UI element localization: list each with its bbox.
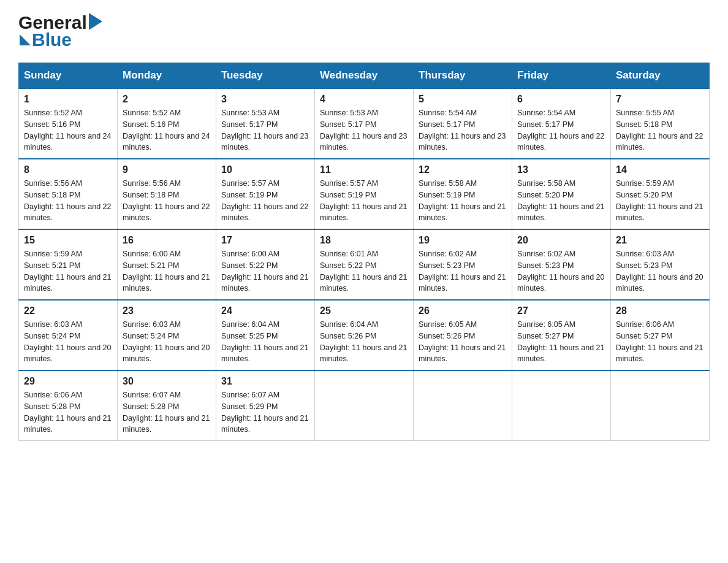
day-number: 23 <box>123 305 211 316</box>
header-monday: Monday <box>118 63 216 89</box>
day-info: Sunrise: 5:57 AMSunset: 5:19 PMDaylight:… <box>320 178 408 224</box>
page-header: General Blue <box>18 12 710 50</box>
day-number: 10 <box>221 164 309 175</box>
calendar-cell: 4Sunrise: 5:53 AMSunset: 5:17 PMDaylight… <box>315 88 414 159</box>
calendar-cell: 29Sunrise: 6:06 AMSunset: 5:28 PMDayligh… <box>19 370 118 441</box>
day-number: 13 <box>517 164 605 175</box>
calendar-cell: 2Sunrise: 5:52 AMSunset: 5:16 PMDaylight… <box>118 88 216 159</box>
day-number: 24 <box>221 305 309 316</box>
calendar-cell: 30Sunrise: 6:07 AMSunset: 5:28 PMDayligh… <box>118 370 216 441</box>
header-friday: Friday <box>512 63 611 89</box>
calendar-cell: 22Sunrise: 6:03 AMSunset: 5:24 PMDayligh… <box>19 300 118 370</box>
svg-marker-0 <box>89 13 102 30</box>
header-wednesday: Wednesday <box>315 63 414 89</box>
day-number: 25 <box>320 305 408 316</box>
day-number: 4 <box>320 94 408 105</box>
calendar-cell: 17Sunrise: 6:00 AMSunset: 5:22 PMDayligh… <box>216 229 315 300</box>
day-number: 1 <box>24 94 112 105</box>
calendar-cell: 16Sunrise: 6:00 AMSunset: 5:21 PMDayligh… <box>118 229 216 300</box>
day-number: 31 <box>221 376 309 387</box>
week-row-2: 8Sunrise: 5:56 AMSunset: 5:18 PMDaylight… <box>19 159 710 229</box>
day-info: Sunrise: 5:53 AMSunset: 5:17 PMDaylight:… <box>320 107 408 153</box>
calendar-cell: 5Sunrise: 5:54 AMSunset: 5:17 PMDaylight… <box>414 88 512 159</box>
day-info: Sunrise: 6:03 AMSunset: 5:24 PMDaylight:… <box>123 319 211 365</box>
day-info: Sunrise: 6:04 AMSunset: 5:26 PMDaylight:… <box>320 319 408 365</box>
logo: General Blue <box>18 12 102 50</box>
week-row-3: 15Sunrise: 5:59 AMSunset: 5:21 PMDayligh… <box>19 229 710 300</box>
calendar-cell: 21Sunrise: 6:03 AMSunset: 5:23 PMDayligh… <box>611 229 710 300</box>
calendar-cell <box>414 370 512 441</box>
svg-marker-1 <box>20 34 31 45</box>
day-info: Sunrise: 6:00 AMSunset: 5:22 PMDaylight:… <box>221 248 309 294</box>
day-info: Sunrise: 5:52 AMSunset: 5:16 PMDaylight:… <box>123 107 211 153</box>
day-info: Sunrise: 5:56 AMSunset: 5:18 PMDaylight:… <box>123 178 211 224</box>
day-number: 12 <box>419 164 507 175</box>
day-number: 11 <box>320 164 408 175</box>
calendar-cell: 6Sunrise: 5:54 AMSunset: 5:17 PMDaylight… <box>512 88 611 159</box>
day-number: 7 <box>616 94 704 105</box>
day-info: Sunrise: 5:55 AMSunset: 5:18 PMDaylight:… <box>616 107 704 153</box>
day-number: 19 <box>419 235 507 246</box>
day-info: Sunrise: 6:00 AMSunset: 5:21 PMDaylight:… <box>123 248 211 294</box>
day-number: 9 <box>123 164 211 175</box>
calendar-cell: 20Sunrise: 6:02 AMSunset: 5:23 PMDayligh… <box>512 229 611 300</box>
calendar-cell: 15Sunrise: 5:59 AMSunset: 5:21 PMDayligh… <box>19 229 118 300</box>
day-number: 18 <box>320 235 408 246</box>
day-number: 15 <box>24 235 112 246</box>
calendar-cell: 26Sunrise: 6:05 AMSunset: 5:26 PMDayligh… <box>414 300 512 370</box>
calendar-cell: 12Sunrise: 5:58 AMSunset: 5:19 PMDayligh… <box>414 159 512 229</box>
day-info: Sunrise: 6:07 AMSunset: 5:29 PMDaylight:… <box>221 389 309 435</box>
day-number: 6 <box>517 94 605 105</box>
calendar-cell: 25Sunrise: 6:04 AMSunset: 5:26 PMDayligh… <box>315 300 414 370</box>
logo-triangle-icon <box>20 34 31 45</box>
day-number: 21 <box>616 235 704 246</box>
logo-blue: Blue <box>32 29 72 50</box>
day-info: Sunrise: 5:59 AMSunset: 5:20 PMDaylight:… <box>616 178 704 224</box>
header-sunday: Sunday <box>19 63 118 89</box>
calendar-cell: 8Sunrise: 5:56 AMSunset: 5:18 PMDaylight… <box>19 159 118 229</box>
day-info: Sunrise: 5:53 AMSunset: 5:17 PMDaylight:… <box>221 107 309 153</box>
header-thursday: Thursday <box>414 63 512 89</box>
calendar-cell: 3Sunrise: 5:53 AMSunset: 5:17 PMDaylight… <box>216 88 315 159</box>
day-info: Sunrise: 6:01 AMSunset: 5:22 PMDaylight:… <box>320 248 408 294</box>
day-info: Sunrise: 6:06 AMSunset: 5:28 PMDaylight:… <box>24 389 112 435</box>
week-row-1: 1Sunrise: 5:52 AMSunset: 5:16 PMDaylight… <box>19 88 710 159</box>
calendar-table: SundayMondayTuesdayWednesdayThursdayFrid… <box>18 63 710 441</box>
calendar-cell: 13Sunrise: 5:58 AMSunset: 5:20 PMDayligh… <box>512 159 611 229</box>
day-number: 20 <box>517 235 605 246</box>
day-number: 8 <box>24 164 112 175</box>
calendar-cell: 23Sunrise: 6:03 AMSunset: 5:24 PMDayligh… <box>118 300 216 370</box>
calendar-cell <box>611 370 710 441</box>
day-number: 27 <box>517 305 605 316</box>
calendar-cell: 24Sunrise: 6:04 AMSunset: 5:25 PMDayligh… <box>216 300 315 370</box>
day-number: 17 <box>221 235 309 246</box>
calendar-cell <box>315 370 414 441</box>
calendar-cell: 10Sunrise: 5:57 AMSunset: 5:19 PMDayligh… <box>216 159 315 229</box>
day-number: 5 <box>419 94 507 105</box>
day-number: 29 <box>24 376 112 387</box>
calendar-cell: 14Sunrise: 5:59 AMSunset: 5:20 PMDayligh… <box>611 159 710 229</box>
calendar-cell: 11Sunrise: 5:57 AMSunset: 5:19 PMDayligh… <box>315 159 414 229</box>
day-info: Sunrise: 5:57 AMSunset: 5:19 PMDaylight:… <box>221 178 309 224</box>
day-info: Sunrise: 6:02 AMSunset: 5:23 PMDaylight:… <box>517 248 605 294</box>
day-info: Sunrise: 6:04 AMSunset: 5:25 PMDaylight:… <box>221 319 309 365</box>
day-info: Sunrise: 6:07 AMSunset: 5:28 PMDaylight:… <box>123 389 211 435</box>
calendar-cell: 27Sunrise: 6:05 AMSunset: 5:27 PMDayligh… <box>512 300 611 370</box>
calendar-cell: 28Sunrise: 6:06 AMSunset: 5:27 PMDayligh… <box>611 300 710 370</box>
calendar-cell: 18Sunrise: 6:01 AMSunset: 5:22 PMDayligh… <box>315 229 414 300</box>
day-info: Sunrise: 5:58 AMSunset: 5:19 PMDaylight:… <box>419 178 507 224</box>
day-number: 28 <box>616 305 704 316</box>
day-number: 16 <box>123 235 211 246</box>
day-info: Sunrise: 6:05 AMSunset: 5:26 PMDaylight:… <box>419 319 507 365</box>
day-info: Sunrise: 6:05 AMSunset: 5:27 PMDaylight:… <box>517 319 605 365</box>
week-row-5: 29Sunrise: 6:06 AMSunset: 5:28 PMDayligh… <box>19 370 710 441</box>
day-info: Sunrise: 6:03 AMSunset: 5:23 PMDaylight:… <box>616 248 704 294</box>
day-info: Sunrise: 5:59 AMSunset: 5:21 PMDaylight:… <box>24 248 112 294</box>
calendar-cell: 19Sunrise: 6:02 AMSunset: 5:23 PMDayligh… <box>414 229 512 300</box>
day-number: 26 <box>419 305 507 316</box>
day-info: Sunrise: 5:54 AMSunset: 5:17 PMDaylight:… <box>517 107 605 153</box>
calendar-cell: 7Sunrise: 5:55 AMSunset: 5:18 PMDaylight… <box>611 88 710 159</box>
calendar-cell: 9Sunrise: 5:56 AMSunset: 5:18 PMDaylight… <box>118 159 216 229</box>
day-info: Sunrise: 5:54 AMSunset: 5:17 PMDaylight:… <box>419 107 507 153</box>
day-info: Sunrise: 5:56 AMSunset: 5:18 PMDaylight:… <box>24 178 112 224</box>
